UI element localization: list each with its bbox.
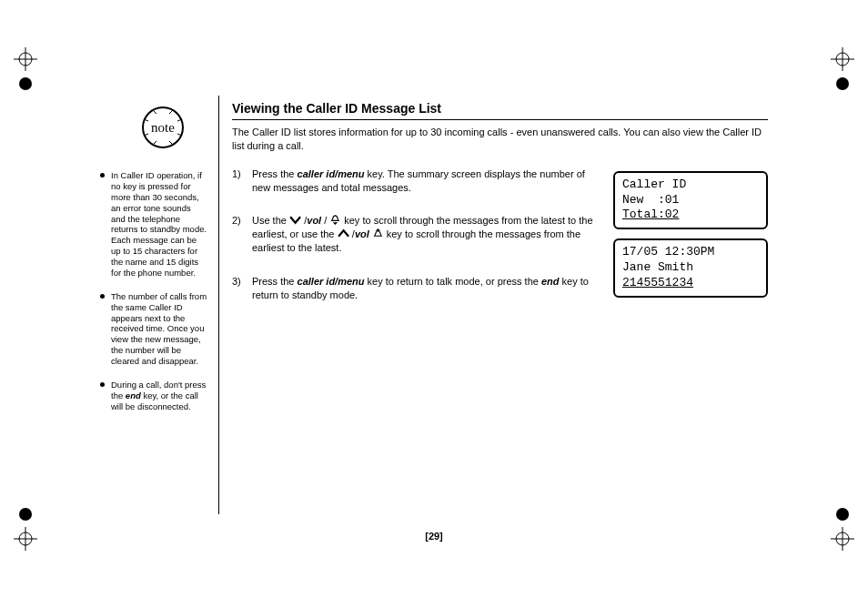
dot-bottom-left [19,508,32,521]
intro-text: The Caller ID list stores information fo… [232,126,768,153]
lcd-line: 17/05 12:30PM [622,245,714,258]
main-content: Viewing the Caller ID Message List The C… [219,96,768,514]
lcd-line: 2145551234 [622,276,693,289]
step-text: Use the /vol / key to scroll through the… [252,214,599,255]
instruction-steps: 1) Press the caller id/menu key. The sum… [232,167,599,322]
page-number: [29] [0,531,868,542]
chevron-up-icon [338,228,349,238]
svg-line-14 [169,110,173,114]
note-item: The number of calls from the same Caller… [100,291,207,367]
lcd-detail: 17/05 12:30PM Jane Smith 2145551234 [613,238,768,298]
lcd-line: Total:02 [622,208,679,221]
step-number: 3) [232,275,252,302]
lcd-displays: Caller ID New :01 Total:02 17/05 12:30PM… [613,167,768,322]
note-badge: note [136,101,189,154]
step-item: 3) Press the caller id/menu key to retur… [232,275,599,302]
note-badge-text: note [151,119,175,137]
note-sidebar: note In Caller ID operation, if no key i… [100,96,218,514]
dot-top-right [836,77,849,90]
note-item: In Caller ID operation, if no key is pre… [100,170,207,279]
lcd-summary: Caller ID New :01 Total:02 [613,171,768,230]
step-item: 2) Use the /vol / key to scroll through … [232,214,599,255]
step-text: Press the caller id/menu key to return t… [252,275,599,302]
chevron-down-icon [289,215,301,225]
lcd-line: New :01 [622,193,679,207]
step-text: Press the caller id/menu key. The summar… [252,167,599,195]
svg-line-15 [153,141,156,145]
ringer-up-icon [372,228,384,238]
svg-point-3 [836,53,849,66]
lcd-line: Jane Smith [622,260,693,274]
page-heading: Viewing the Caller ID Message List [232,101,768,120]
step-number: 1) [232,167,252,195]
svg-line-13 [153,110,156,114]
svg-line-16 [169,141,173,145]
crop-mark-top-right [831,47,854,71]
note-item: During a call, don't press the end key, … [100,380,207,412]
ringer-down-icon [329,215,341,225]
dot-bottom-right [836,508,849,521]
svg-point-0 [19,53,32,66]
note-list: In Caller ID operation, if no key is pre… [100,170,207,412]
crop-mark-top-left [14,47,37,71]
dot-top-left [19,77,32,90]
step-item: 1) Press the caller id/menu key. The sum… [232,167,599,195]
step-number: 2) [232,214,252,255]
lcd-line: Caller ID [622,177,686,191]
